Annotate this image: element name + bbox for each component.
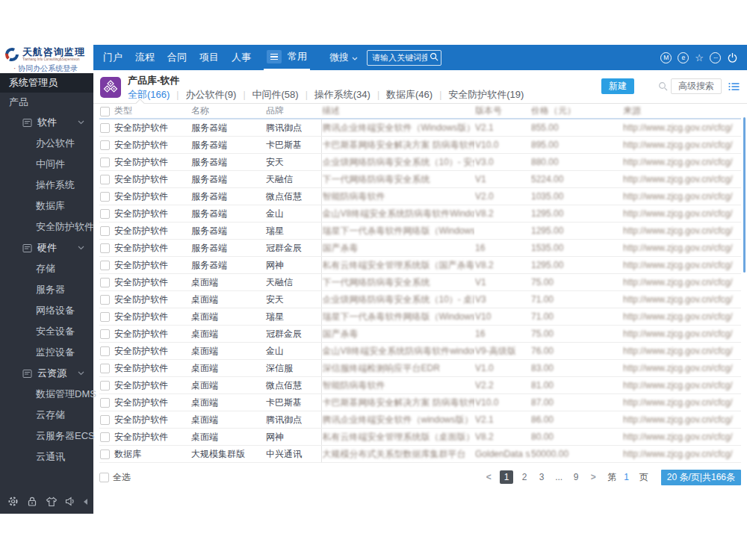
more-options-icon[interactable]: ···: [710, 52, 721, 63]
table-row[interactable]: 安全防护软件服务器端微点佰慧智能防病毒软件V2.01035.00http://w…: [99, 188, 741, 205]
page-button-3[interactable]: 3: [536, 470, 548, 484]
table-row[interactable]: 安全防护软件桌面端天融信下一代网络防病毒安全系统V175.00http://ww…: [99, 274, 741, 291]
table-row[interactable]: 安全防护软件服务器端天融信下一代网络防病毒安全系统V15224.00http:/…: [99, 171, 741, 188]
sidebar-item-云通讯[interactable]: 云通讯: [0, 447, 93, 467]
row-checkbox[interactable]: [100, 123, 110, 133]
m-badge-icon[interactable]: M: [660, 52, 672, 63]
search-icon[interactable]: [430, 52, 438, 61]
page-size-badge[interactable]: 20 条/页|共166条: [661, 470, 741, 485]
power-logout-icon[interactable]: [727, 52, 738, 63]
row-checkbox[interactable]: [100, 278, 110, 287]
sidebar-item-监控设备[interactable]: 监控设备: [0, 342, 93, 363]
sidebar-item-安全设备[interactable]: 安全设备: [0, 321, 93, 342]
new-button[interactable]: 新建: [601, 78, 634, 94]
sidebar-group-软件[interactable]: 软件: [0, 112, 93, 133]
lock-icon[interactable]: [27, 496, 37, 507]
message-icon[interactable]: e: [678, 52, 689, 63]
row-checkbox[interactable]: [100, 312, 110, 322]
sidebar-group-云资源[interactable]: 云资源: [0, 363, 93, 384]
table-scrollbar[interactable]: [743, 117, 746, 273]
row-checkbox[interactable]: [100, 295, 110, 305]
nav-item[interactable]: 项目: [199, 51, 219, 64]
page-button-1[interactable]: 1: [500, 470, 513, 484]
row-checkbox[interactable]: [100, 261, 110, 270]
sidebar-item-操作系统[interactable]: 操作系统: [0, 175, 93, 196]
table-row[interactable]: 安全防护软件桌面端卡巴斯基卡巴斯基网络安全解决方案 防病毒软件（10）- 桌面.…: [99, 394, 741, 411]
header-checkbox[interactable]: [100, 107, 110, 116]
table-row[interactable]: 安全防护软件服务器端卡巴斯基卡巴斯基网络安全解决方案 防病毒软件（10）- 安全…: [99, 137, 741, 154]
row-checkbox[interactable]: [100, 346, 110, 356]
table-row[interactable]: 安全防护软件服务器端金山金山V8终端安全系统防病毒软件Windows服务器版V8…: [99, 205, 741, 223]
table-row[interactable]: 安全防护软件服务器端冠群金辰国产杀毒161535.00http://www.zj…: [99, 240, 741, 257]
table-row[interactable]: 安全防护软件桌面端金山金山V8终端安全系统防病毒软件windows终端版V9-高…: [99, 343, 741, 360]
table-row[interactable]: 安全防护软件服务器端安天企业级网络防病毒安全系统（10）- 安全防护控制台V3.…: [99, 154, 741, 171]
settings-gear-icon[interactable]: [7, 496, 19, 507]
sidebar-item-云服务器ECS[interactable]: 云服务器ECS: [0, 426, 93, 447]
tab-全部(166)[interactable]: 全部(166): [128, 88, 170, 102]
list-view-toggle-icon[interactable]: [728, 82, 740, 91]
row-checkbox[interactable]: [100, 209, 110, 219]
cell-版本号: V10.0: [474, 137, 530, 154]
row-checkbox[interactable]: [100, 175, 110, 184]
table-row[interactable]: 安全防护软件桌面端安天企业级网络防病毒安全系统（10）- 桌面防护版V371.0…: [99, 291, 741, 308]
row-checkbox[interactable]: [100, 398, 110, 408]
table-row[interactable]: 安全防护软件桌面端瑞星瑞星下一代杀毒软件网络版（Windows版）V1071.0…: [99, 308, 741, 326]
nav-item[interactable]: 人事: [232, 51, 251, 64]
row-checkbox[interactable]: [100, 449, 110, 459]
prev-page-button[interactable]: <: [483, 470, 495, 484]
table-row[interactable]: 安全防护软件桌面端冠群金辰国产杀毒1675.00http://www.zjcg.…: [99, 326, 741, 343]
tab-办公软件(9)[interactable]: 办公软件(9): [185, 88, 236, 102]
row-checkbox[interactable]: [100, 329, 110, 339]
sidebar-section-product[interactable]: 产品: [0, 93, 93, 112]
table-row[interactable]: 安全防护软件桌面端深信服深信服终端检测响应平台EDRV1.083.00http:…: [99, 360, 741, 377]
search-engine-select[interactable]: 微搜: [329, 51, 358, 64]
table-row[interactable]: 数据库大规模集群版中兴通讯大规模分布式关系型数据库集群平台GoldenData …: [99, 446, 741, 463]
next-page-button[interactable]: >: [587, 470, 599, 484]
sidebar-group-硬件[interactable]: 硬件: [0, 237, 93, 258]
nav-item[interactable]: 流程: [135, 51, 155, 64]
tab-安全防护软件(19)[interactable]: 安全防护软件(19): [448, 88, 524, 102]
table-row[interactable]: 安全防护软件桌面端腾讯御点腾讯企业终端安全软件（windows版）（V2.1）V…: [99, 411, 741, 429]
row-checkbox[interactable]: [100, 415, 110, 425]
row-checkbox[interactable]: [100, 364, 110, 373]
row-checkbox[interactable]: [100, 226, 110, 236]
sidebar-item-数据管理DMS[interactable]: 数据管理DMS: [0, 384, 93, 405]
table-row[interactable]: 安全防护软件服务器端瑞星瑞星下一代杀毒软件网络版（Windows版）服务器版12…: [99, 223, 741, 240]
theme-shirt-icon[interactable]: [46, 497, 58, 507]
favorites-star-icon[interactable]: ☆: [695, 53, 704, 63]
oa-login-link[interactable]: ·协同办公系统登录: [0, 63, 93, 74]
table-row[interactable]: 安全防护软件桌面端网神私有云终端安全管理系统版（桌面版）V8.280.00htt…: [99, 429, 741, 446]
row-checkbox[interactable]: [100, 381, 110, 391]
page-button-9[interactable]: 9: [570, 470, 582, 484]
row-checkbox[interactable]: [100, 140, 110, 150]
nav-item[interactable]: 合同: [167, 51, 187, 64]
select-all-checkbox[interactable]: [99, 473, 109, 482]
row-checkbox[interactable]: [100, 158, 110, 167]
tab-数据库(46)[interactable]: 数据库(46): [386, 88, 433, 102]
sidebar-item-服务器[interactable]: 服务器: [0, 279, 93, 300]
tab-操作系统(34)[interactable]: 操作系统(34): [314, 88, 371, 102]
collapse-sidebar-icon[interactable]: [84, 499, 87, 505]
sidebar-item-网络设备[interactable]: 网络设备: [0, 300, 93, 321]
page-button-2[interactable]: 2: [518, 470, 530, 484]
nav-item-pinned[interactable]: 常用: [288, 50, 307, 63]
advanced-search-button[interactable]: 高级搜索: [671, 78, 722, 94]
sidebar-item-办公软件[interactable]: 办公软件: [0, 133, 93, 154]
tab-中间件(58)[interactable]: 中间件(58): [252, 88, 299, 102]
row-checkbox[interactable]: [100, 192, 110, 202]
sidebar-item-数据库[interactable]: 数据库: [0, 196, 93, 217]
table-row[interactable]: 安全防护软件服务器端腾讯御点腾讯企业终端安全软件（Windows版）V2.185…: [99, 119, 741, 137]
table-row[interactable]: 安全防护软件桌面端微点佰慧智能防病毒软件V2.281.00http://www.…: [99, 377, 741, 394]
sidebar-item-云存储[interactable]: 云存储: [0, 405, 93, 426]
hamburger-menu-icon[interactable]: [267, 50, 282, 63]
cell-品牌: 天融信: [265, 274, 321, 291]
row-checkbox[interactable]: [100, 432, 110, 442]
row-checkbox[interactable]: [100, 243, 110, 253]
table-search-icon[interactable]: [658, 81, 668, 91]
sidebar-item-存储[interactable]: 存储: [0, 258, 93, 279]
sidebar-item-安全防护软件[interactable]: 安全防护软件: [0, 217, 93, 237]
sidebar-item-中间件[interactable]: 中间件: [0, 154, 93, 175]
sound-speaker-icon[interactable]: [65, 497, 75, 506]
table-row[interactable]: 安全防护软件服务器端网神私有云终端安全管理系统版（国产杀毒）V8.21295.0…: [99, 257, 741, 274]
nav-item[interactable]: 门户: [103, 51, 123, 64]
